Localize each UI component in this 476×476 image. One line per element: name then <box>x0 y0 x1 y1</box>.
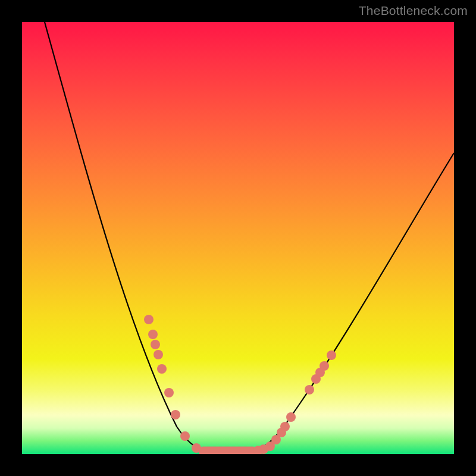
data-dot <box>180 431 190 441</box>
data-dot <box>280 422 290 431</box>
data-dot <box>171 410 180 419</box>
data-dot <box>305 385 314 394</box>
data-dot <box>157 364 167 374</box>
dots-left <box>144 315 201 453</box>
data-dot <box>320 361 329 371</box>
data-dot <box>192 443 201 453</box>
data-dot <box>164 388 174 397</box>
bottleneck-curve-svg <box>22 22 454 454</box>
bottleneck-curve <box>45 22 454 452</box>
plot-area <box>22 22 454 454</box>
watermark-label: TheBottleneck.com <box>359 4 468 18</box>
chart-frame: TheBottleneck.com <box>0 0 476 476</box>
data-dot <box>148 330 158 339</box>
data-dot <box>327 350 336 360</box>
data-dot <box>286 412 296 422</box>
data-dot <box>144 315 154 324</box>
data-dot <box>151 340 160 349</box>
data-dot <box>154 350 163 359</box>
dots-right <box>253 350 336 454</box>
